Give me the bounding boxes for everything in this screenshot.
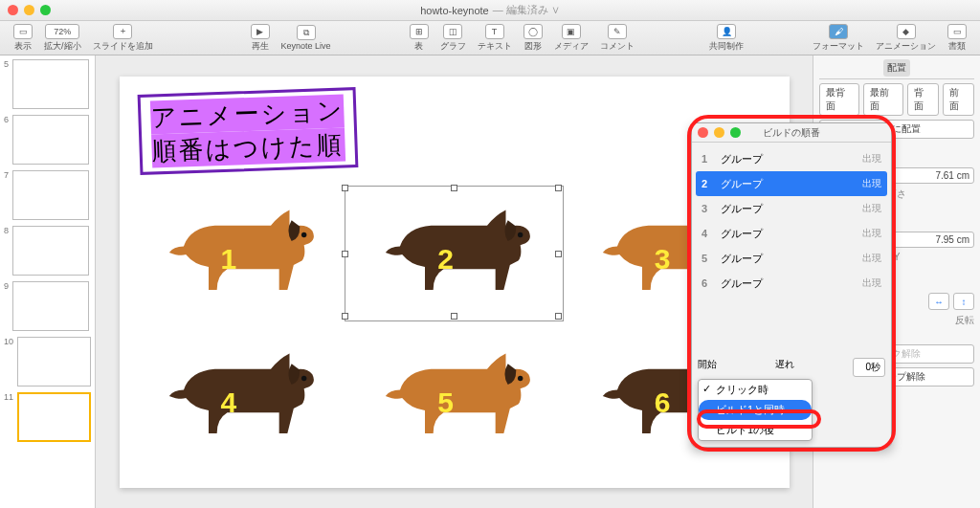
- selection-handle[interactable]: [342, 185, 348, 191]
- build-order-row[interactable]: 4グループ出現: [696, 221, 887, 246]
- dog-number: 1: [220, 243, 236, 276]
- build-order-row[interactable]: 3グループ出現: [696, 196, 887, 221]
- toolbar: ▭表示 72%拡大/縮小 ＋スライドを追加 ▶再生 ⧉Keynote Live …: [0, 21, 980, 55]
- delay-field[interactable]: 0秒: [853, 358, 885, 377]
- build-order-row[interactable]: 5グループ出現: [696, 246, 887, 271]
- window-titlebar: howto-keynote — 編集済み ∨: [0, 0, 980, 21]
- document-subtitle: — 編集済み ∨: [493, 3, 560, 17]
- format-button[interactable]: 🖌フォーマット: [807, 24, 870, 53]
- dog-group[interactable]: 5: [350, 335, 558, 459]
- title-line2: 順番はつけた順: [151, 127, 345, 167]
- svg-point-0: [301, 232, 305, 236]
- slide-thumbnail[interactable]: 6: [4, 115, 91, 165]
- bring-forward-button[interactable]: 前面: [943, 83, 974, 116]
- send-backward-button[interactable]: 背面: [907, 83, 939, 116]
- dog-group[interactable]: 1: [134, 191, 342, 316]
- build-order-row[interactable]: 1グループ出現: [696, 146, 887, 171]
- slide: アニメーション 順番はつけた順 123456: [120, 77, 790, 488]
- keynote-live-button[interactable]: ⧉Keynote Live: [276, 25, 337, 51]
- window-controls[interactable]: [8, 5, 51, 15]
- svg-point-4: [518, 375, 523, 380]
- dog-number: 5: [437, 387, 454, 419]
- table-button[interactable]: ⊞表: [404, 24, 434, 53]
- animate-button[interactable]: ◆アニメーション: [870, 24, 942, 53]
- selection-handle[interactable]: [342, 313, 348, 320]
- selection-handle[interactable]: [555, 251, 562, 257]
- shape-button[interactable]: ◯図形: [518, 24, 548, 53]
- delay-label: 遅れ: [775, 358, 794, 377]
- zoom-icon[interactable]: [730, 127, 741, 138]
- build-order-row[interactable]: 2グループ出現: [696, 171, 887, 196]
- close-icon[interactable]: [698, 127, 708, 138]
- slide-navigator[interactable]: 567891011: [0, 55, 96, 508]
- selection-outline: [345, 186, 564, 321]
- chart-button[interactable]: ◫グラフ: [434, 24, 472, 53]
- menu-item-with-build-1[interactable]: ビルド1と同時: [699, 400, 812, 420]
- comment-button[interactable]: ✎コメント: [594, 24, 640, 53]
- selection-handle[interactable]: [555, 313, 562, 320]
- selection-handle[interactable]: [555, 185, 562, 191]
- slide-thumbnail[interactable]: 8: [4, 226, 91, 276]
- document-button[interactable]: ▭書類: [942, 24, 972, 53]
- slide-thumbnail[interactable]: 10: [4, 337, 91, 387]
- dog-group[interactable]: 4: [134, 335, 342, 459]
- play-button[interactable]: ▶再生: [245, 24, 276, 53]
- build-order-row[interactable]: 6グループ出現: [696, 271, 887, 296]
- selection-handle[interactable]: [342, 251, 348, 257]
- dog-number: 4: [220, 387, 236, 419]
- close-icon[interactable]: [8, 5, 18, 15]
- view-button[interactable]: ▭表示: [8, 24, 38, 53]
- inspector-tabs[interactable]: 配置: [819, 59, 974, 79]
- send-to-back-button[interactable]: 最背面: [819, 83, 859, 116]
- dog-group[interactable]: 2: [350, 191, 558, 316]
- build-order-panel[interactable]: ビルドの順番 1グループ出現2グループ出現3グループ出現4グループ出現5グループ…: [691, 122, 892, 448]
- dog-number: 3: [655, 243, 671, 276]
- flip-vertical-button[interactable]: ↕: [953, 293, 974, 310]
- collaborate-button[interactable]: 👤共同制作: [703, 24, 749, 53]
- bring-to-front-button[interactable]: 最前面: [863, 83, 903, 116]
- slide-thumbnail[interactable]: 5: [4, 59, 91, 109]
- minimize-icon[interactable]: [24, 5, 34, 15]
- tab-arrange[interactable]: 配置: [883, 59, 910, 77]
- selection-handle[interactable]: [451, 185, 457, 191]
- text-button[interactable]: Tテキスト: [472, 24, 518, 53]
- minimize-icon[interactable]: [714, 127, 724, 138]
- start-dropdown-menu[interactable]: クリック時 ビルド1と同時 ビルド1の後: [698, 379, 813, 441]
- slide-thumbnail[interactable]: 7: [4, 170, 91, 220]
- document-title: howto-keynote: [420, 5, 489, 16]
- svg-point-3: [301, 375, 305, 380]
- build-panel-titlebar[interactable]: ビルドの順番: [692, 123, 891, 143]
- flip-horizontal-button[interactable]: ↔: [928, 293, 949, 310]
- menu-item-on-click[interactable]: クリック時: [699, 380, 812, 400]
- zoom-icon[interactable]: [40, 5, 51, 15]
- media-button[interactable]: ▣メディア: [548, 24, 594, 53]
- slide-thumbnail[interactable]: 11: [4, 392, 91, 442]
- selection-handle[interactable]: [451, 313, 457, 320]
- build-panel-title: ビルドの順番: [763, 126, 820, 140]
- start-label: 開始: [698, 358, 717, 377]
- menu-item-after-build-1[interactable]: ビルド1の後: [699, 420, 812, 440]
- zoom-select[interactable]: 72%拡大/縮小: [38, 24, 87, 53]
- dog-number: 6: [655, 387, 671, 419]
- add-slide-button[interactable]: ＋スライドを追加: [87, 24, 159, 53]
- title-text-box[interactable]: アニメーション 順番はつけた順: [137, 87, 358, 175]
- slide-thumbnail[interactable]: 9: [4, 281, 91, 331]
